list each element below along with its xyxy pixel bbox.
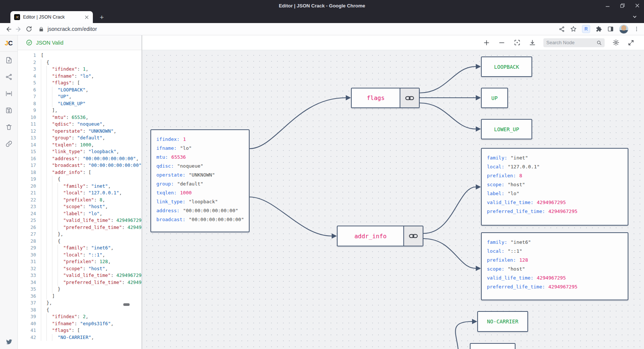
line-number: 30 xyxy=(18,252,36,259)
editor-line: 8"LOWER_UP" xyxy=(18,100,142,107)
json-code-editor[interactable]: 1[2{3"ifindex": 1,4"ifname": "lo",5"flag… xyxy=(18,50,142,341)
back-icon[interactable] xyxy=(3,24,13,34)
graph-canvas[interactable]: ifindex:1ifname:"lo"mtu:65536qdisc:"noqu… xyxy=(142,50,644,349)
url-text[interactable]: jsoncrack.com/editor xyxy=(48,26,97,32)
line-number: 35 xyxy=(18,286,36,293)
line-number: 8 xyxy=(18,100,36,107)
delete-icon[interactable] xyxy=(0,119,18,135)
bookmark-star-icon[interactable] xyxy=(570,26,577,32)
graph-node-addr-info[interactable]: addr_info xyxy=(337,226,423,246)
editor-line: 39"ifindex": 2, xyxy=(18,313,142,320)
editor-line: 16"address": "00:00:00:00:00:00", xyxy=(18,155,142,162)
tab-strip: JC Editor | JSON Crack + xyxy=(0,11,644,23)
close-window-button[interactable] xyxy=(634,3,640,9)
minimize-button[interactable] xyxy=(605,3,611,9)
addr-info-node-label: addr_info xyxy=(338,226,403,246)
graph-view-icon[interactable] xyxy=(0,68,18,85)
settings-gear-icon[interactable] xyxy=(612,39,620,47)
lower-up-label: LOWER_UP xyxy=(494,126,519,132)
graph-node-no-carrier[interactable]: NO-CARRIER xyxy=(477,311,528,332)
extension-r-icon[interactable]: R xyxy=(582,25,590,33)
line-number: 23 xyxy=(18,203,36,210)
editor-line: 25"valid_life_time": 4294967295, xyxy=(18,217,142,224)
editor-line: 6"LOOPBACK", xyxy=(18,87,142,94)
editor-line: 9], xyxy=(18,107,142,114)
share-icon[interactable] xyxy=(559,26,565,32)
line-number: 33 xyxy=(18,272,36,279)
line-number: 7 xyxy=(18,93,36,100)
editor-line: 32"scope": "host", xyxy=(18,265,142,272)
collapse-nodes-icon[interactable] xyxy=(0,85,18,102)
lock-icon[interactable] xyxy=(39,26,44,32)
download-icon[interactable] xyxy=(528,39,536,47)
editor-line: 5"flags": [ xyxy=(18,80,142,87)
save-icon[interactable] xyxy=(0,102,18,119)
chevron-down-icon[interactable] xyxy=(632,14,637,19)
search-icon[interactable] xyxy=(596,40,602,45)
node-row: family:"inet6" xyxy=(487,238,622,247)
editor-line: 10"mtu": 65536, xyxy=(18,114,142,121)
twitter-icon[interactable] xyxy=(0,338,18,345)
side-panel-icon[interactable] xyxy=(607,26,614,32)
node-row: address:"00:00:00:00:00:00" xyxy=(156,206,244,215)
line-number: 28 xyxy=(18,238,36,245)
restore-button[interactable] xyxy=(619,3,625,9)
search-node-box xyxy=(543,38,605,47)
expand-link-icon[interactable] xyxy=(400,88,419,107)
profile-avatar[interactable] xyxy=(619,25,628,34)
fullscreen-icon[interactable] xyxy=(627,39,635,47)
extensions-puzzle-icon[interactable] xyxy=(595,26,602,32)
line-number: 2 xyxy=(18,59,36,66)
share-link-icon[interactable] xyxy=(0,135,18,152)
editor-line: 26"preferred_life_time": 4294967295 xyxy=(18,224,142,231)
line-number: 25 xyxy=(18,217,36,224)
zoom-in-icon[interactable] xyxy=(482,39,491,47)
left-rail: JC xyxy=(0,35,18,349)
new-document-icon[interactable] xyxy=(0,52,18,68)
editor-line: 35} xyxy=(18,286,142,293)
reload-icon[interactable] xyxy=(24,24,34,34)
node-row: label:"lo" xyxy=(487,189,622,198)
up-label: UP xyxy=(491,95,498,101)
editor-line: 3"ifindex": 1, xyxy=(18,66,142,73)
graph-node-lower-up[interactable]: LOWER_UP xyxy=(481,119,532,139)
editor-line: 11"qdisc": "noqueue", xyxy=(18,121,142,128)
node-row: operstate:"UNKNOWN" xyxy=(156,171,244,180)
editor-line: 30"local": "::1", xyxy=(18,252,142,259)
node-row: local:"::1" xyxy=(487,247,622,256)
node-row: ifindex:1 xyxy=(156,135,244,144)
center-focus-icon[interactable] xyxy=(513,39,521,47)
node-row: qdisc:"noqueue" xyxy=(156,162,244,171)
graph-node-up[interactable]: UP xyxy=(481,88,508,108)
tab-close-icon[interactable] xyxy=(83,14,90,20)
node-row: txqlen:1000 xyxy=(156,188,244,197)
editor-line: 28{ xyxy=(18,238,142,245)
kebab-menu-icon[interactable] xyxy=(634,26,640,32)
jsoncrack-app: JC JSON Valid 1[2{3"ifindex" xyxy=(0,35,644,349)
expand-link-icon[interactable] xyxy=(403,226,423,246)
forward-icon[interactable] xyxy=(13,24,24,34)
json-valid-statusbar: JSON Valid xyxy=(18,35,142,50)
line-number: 10 xyxy=(18,114,36,121)
line-number: 27 xyxy=(18,231,36,238)
editor-scrollbar-thumb[interactable] xyxy=(123,303,130,306)
new-tab-button[interactable]: + xyxy=(97,13,106,22)
search-node-input[interactable] xyxy=(546,40,594,45)
line-number: 22 xyxy=(18,197,36,204)
node-row: valid_life_time:4294967295 xyxy=(487,198,622,207)
window-titlebar: Editor | JSON Crack - Google Chrome xyxy=(0,0,644,11)
line-number: 37 xyxy=(18,300,36,307)
graph-node-loopback[interactable]: LOOPBACK xyxy=(481,56,532,77)
graph-node-inet-detail[interactable]: family:"inet"local:"127.0.0.1"prefixlen:… xyxy=(481,148,628,226)
line-number: 42 xyxy=(18,334,36,341)
line-number: 20 xyxy=(18,183,36,190)
jsoncrack-logo[interactable]: JC xyxy=(0,35,17,52)
graph-node-flags[interactable]: flags xyxy=(351,88,420,108)
graph-node-inet6-detail[interactable]: family:"inet6"local:"::1"prefixlen:128sc… xyxy=(481,232,628,300)
graph-node-lo-detail[interactable]: ifindex:1ifname:"lo"mtu:65536qdisc:"noqu… xyxy=(150,129,250,232)
zoom-out-icon[interactable] xyxy=(498,39,506,47)
editor-line: 23"scope": "host", xyxy=(18,203,142,210)
tab-editor-jsoncrack[interactable]: JC Editor | JSON Crack xyxy=(10,11,93,23)
editor-line: 4"ifname": "lo", xyxy=(18,73,142,80)
graph-node-partial[interactable] xyxy=(470,343,515,349)
